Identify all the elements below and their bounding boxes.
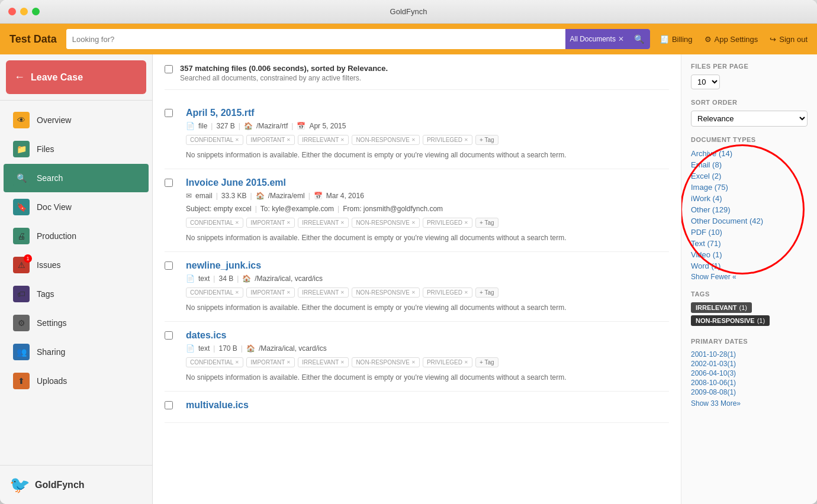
sidebar-logo: 🐦 GoldFynch [0,465,152,504]
header-actions: 🧾 Billing ⚙ App Settings ↪ Sign out [660,35,808,44]
doc1-path: /Mazira/rtf [256,122,288,130]
doc-type-other-document[interactable]: Other Document (42) [691,215,808,227]
doc3-snippet: No snippets information is available. Ei… [186,302,669,313]
docview-label: Doc View [37,202,72,212]
content-area: 357 matching files (0.006 seconds), sort… [153,54,681,504]
doc2-title[interactable]: Invoice June 2015.eml [186,177,669,188]
primary-date-2[interactable]: 2002-01-03(1) [691,359,808,369]
app-settings-label: App Settings [715,35,758,44]
primary-date-5[interactable]: 2009-08-08(1) [691,387,808,397]
doc1-type: file [198,122,207,130]
brand-name: Test Data [9,33,57,46]
doc3-content: newline_junk.ics 📄 text | 34 B | 🏠 /Mazi… [186,260,669,313]
doc-type-archive[interactable]: Archive (14) [691,148,808,159]
sidebar-top: ← Leave Case [0,54,152,101]
header: Test Data All Documents ✕ 🔍 🧾 Billing ⚙ … [0,24,817,54]
sidebar-item-settings[interactable]: ⚙ Settings [4,309,149,337]
files-per-page-label: FILES PER PAGE [691,63,808,70]
primary-date-1[interactable]: 2001-10-28(1) [691,350,808,359]
doc-type-pdf[interactable]: PDF (10) [691,227,808,238]
doc3-title[interactable]: newline_junk.ics [186,260,669,271]
doc1-checkbox[interactable] [165,109,173,117]
show-more-dates-link[interactable]: Show 33 More» [691,399,808,408]
doc4-title[interactable]: dates.ics [186,330,669,341]
doc1-title[interactable]: April 5, 2015.rtf [186,108,669,118]
doc4-size: 170 B [218,344,237,353]
document-card-2: Invoice June 2015.eml ✉ email | 33.3 KB … [165,169,669,252]
primary-date-3[interactable]: 2006-04-10(3) [691,369,808,378]
doc3-tag-confidential: CONFIDENTIAL ✕ [186,287,243,298]
maximize-button[interactable] [32,8,40,15]
doc2-checkbox[interactable] [165,179,173,187]
doc2-content: Invoice June 2015.eml ✉ email | 33.3 KB … [186,177,669,243]
select-all-checkbox[interactable] [165,65,173,73]
production-label: Production [37,231,76,241]
primary-date-4[interactable]: 2008-10-06(1) [691,378,808,387]
doc1-add-tag[interactable]: + Tag [475,135,498,145]
sign-out-link[interactable]: ↪ Sign out [770,35,808,44]
files-label: Files [37,144,54,154]
search-tag[interactable]: All Documents ✕ [565,29,629,49]
doc-type-email[interactable]: Email (8) [691,159,808,170]
doc5-checkbox[interactable] [165,401,173,409]
main-area: ← Leave Case 👁 Overview 📁 Files 🔍 Search [0,54,817,504]
doc-type-excel[interactable]: Excel (2) [691,170,808,182]
billing-label: Billing [672,35,693,44]
doc-type-image[interactable]: Image (75) [691,182,808,193]
doc-type-word[interactable]: Word (1) [691,260,808,272]
sidebar-item-uploads[interactable]: ⬆ Uploads [4,367,149,395]
settings-label: Settings [37,318,67,328]
doc1-size: 327 B [216,122,234,130]
document-card-3: newline_junk.ics 📄 text | 34 B | 🏠 /Mazi… [165,252,669,322]
doc4-add-tag[interactable]: + Tag [475,357,498,367]
files-per-page-select[interactable]: 10 25 50 [691,75,720,89]
doc4-tag-privileged: PRIVILEGED ✕ [423,357,472,367]
search-tag-label: All Documents [570,35,616,43]
doc1-tags: CONFIDENTIAL ✕ IMPORTANT ✕ IRRELEVANT ✕ … [186,135,669,145]
doc2-type-icon: ✉ [186,192,192,200]
search-button[interactable]: 🔍 [629,29,650,49]
sidebar-item-issues[interactable]: ⚠1 Issues [4,251,149,279]
sidebar-item-overview[interactable]: 👁 Overview [4,106,149,134]
doc4-path: /Mazira/ical, vcard/ics [259,344,327,353]
doc3-add-tag[interactable]: + Tag [475,287,498,298]
doc-type-iwork[interactable]: iWork (4) [691,193,808,204]
doc-type-text[interactable]: Text (71) [691,238,808,249]
doc4-type-icon: 📄 [186,344,195,353]
search-tag-close[interactable]: ✕ [618,35,624,43]
doc3-checkbox[interactable] [165,261,173,270]
titlebar: GoldFynch [0,0,817,24]
sidebar-item-production[interactable]: 🖨 Production [4,222,149,250]
search-input[interactable] [66,29,565,49]
billing-link[interactable]: 🧾 Billing [660,35,693,44]
close-button[interactable] [8,8,16,15]
right-panel: FILES PER PAGE 10 25 50 SORT ORDER Relev… [681,54,817,504]
sidebar-item-search[interactable]: 🔍 Search [4,164,149,192]
doc1-tag-important: IMPORTANT ✕ [246,135,295,145]
show-fewer-link[interactable]: Show Fewer « [691,273,808,281]
tag-non-responsive[interactable]: NON-RESPONSIVE (1) [691,315,770,326]
sidebar-item-sharing[interactable]: 👥 Sharing [4,338,149,366]
production-icon: 🖨 [13,228,30,244]
primary-dates-label: PRIMARY DATES [691,338,808,345]
files-per-page-section: FILES PER PAGE 10 25 50 [691,63,808,89]
back-arrow-icon: ← [14,71,25,83]
leave-case-button[interactable]: ← Leave Case [6,60,146,94]
doc2-path: /Mazira/eml [268,192,305,200]
doc2-add-tag[interactable]: + Tag [475,218,498,228]
doc4-checkbox[interactable] [165,331,173,340]
doc-type-video[interactable]: Video (1) [691,249,808,260]
doc5-title[interactable]: multivalue.ics [186,400,669,411]
doc2-snippet: No snippets information is available. Ei… [186,232,669,243]
tag-irrelevant[interactable]: IRRELEVANT (1) [691,302,752,313]
doc-type-other[interactable]: Other (129) [691,204,808,215]
sidebar-item-tags[interactable]: 🏷 Tags [4,280,149,308]
doc1-date: Apr 5, 2015 [309,122,346,130]
sidebar-item-docview[interactable]: 🔖 Doc View [4,193,149,221]
document-types-label: DOCUMENT TYPES [691,136,808,143]
minimize-button[interactable] [20,8,28,15]
sidebar-item-files[interactable]: 📁 Files [4,135,149,163]
doc1-content: April 5, 2015.rtf 📄 file | 327 B | 🏠 /Ma… [186,108,669,160]
sort-order-select[interactable]: Relevance Date Name [691,111,808,127]
app-settings-link[interactable]: ⚙ App Settings [705,35,758,44]
